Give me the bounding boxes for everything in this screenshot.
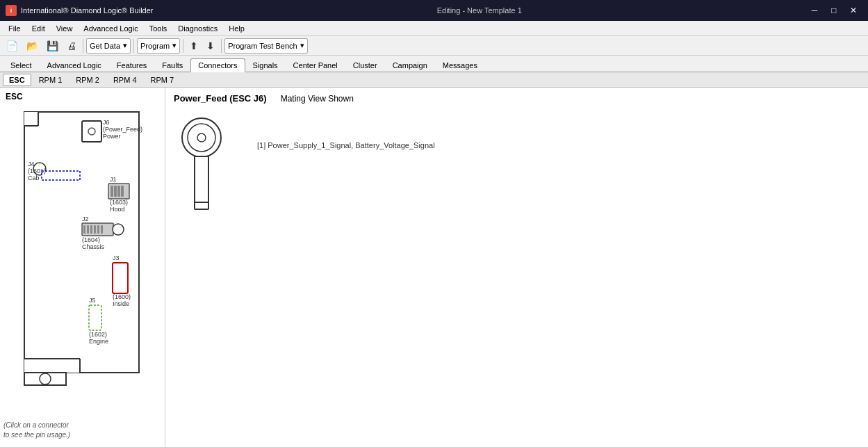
- svg-text:Cab: Cab: [28, 174, 40, 181]
- svg-point-49: [197, 133, 206, 142]
- svg-rect-20: [114, 186, 117, 197]
- svg-text:Hood: Hood: [110, 206, 125, 213]
- mating-view-label: Mating View Shown: [281, 94, 354, 104]
- svg-rect-37: [113, 263, 128, 293]
- toolbar: 📄 📂 💾 🖨 Get Data ▾ Program ▾ ⬆ ⬇ Program…: [0, 36, 868, 56]
- svg-text:(1600): (1600): [113, 293, 131, 300]
- program-test-bench-dropdown[interactable]: Program Test Bench ▾: [224, 38, 307, 54]
- svg-rect-32: [101, 225, 103, 234]
- tab-connectors[interactable]: Connectors: [190, 58, 245, 72]
- pin-info-text: [1] Power_Supply_1_Signal, Battery_Volta…: [257, 113, 435, 149]
- svg-rect-48: [195, 202, 208, 209]
- svg-point-8: [40, 373, 51, 384]
- toolbar-upload[interactable]: ⬆: [186, 38, 202, 54]
- subtab-rpm1[interactable]: RPM 1: [33, 74, 69, 86]
- svg-rect-14: [42, 171, 80, 180]
- tab-campaign[interactable]: Campaign: [385, 58, 435, 72]
- svg-text:J6: J6: [103, 119, 110, 126]
- menu-bar: File Edit View Advanced Logic Tools Diag…: [0, 21, 868, 36]
- get-data-chevron: ▾: [123, 41, 127, 50]
- connector-drawing: [174, 113, 243, 225]
- toolbar-sep-2: [133, 39, 134, 53]
- svg-text:J1: J1: [110, 176, 117, 183]
- toolbar-sep-4: [221, 39, 222, 53]
- toolbar-print[interactable]: 🖨: [63, 38, 80, 54]
- svg-text:(Power_Feed): (Power_Feed): [103, 126, 142, 133]
- svg-rect-4: [24, 359, 80, 373]
- subtab-esc[interactable]: ESC: [3, 74, 31, 86]
- minimize-button[interactable]: ─: [805, 3, 824, 17]
- menu-file[interactable]: File: [3, 23, 26, 34]
- get-data-label: Get Data: [90, 42, 120, 50]
- toolbar-sep-1: [83, 39, 83, 53]
- maximize-button[interactable]: □: [825, 3, 843, 17]
- toolbar-open[interactable]: 📂: [23, 38, 42, 54]
- svg-rect-19: [110, 186, 113, 197]
- get-data-dropdown[interactable]: Get Data ▾: [86, 38, 131, 54]
- menu-edit[interactable]: Edit: [26, 23, 51, 34]
- main-content: ESC J6 (Power_Feed) Power: [0, 88, 868, 447]
- svg-text:J2: J2: [82, 216, 89, 222]
- svg-text:J3: J3: [113, 254, 120, 261]
- svg-rect-29: [90, 225, 92, 234]
- svg-point-33: [113, 224, 124, 235]
- sub-tabs: ESC RPM 1 RPM 2 RPM 4 RPM 7: [0, 72, 868, 88]
- svg-text:Inside: Inside: [113, 300, 129, 307]
- tab-messages[interactable]: Messages: [435, 58, 485, 72]
- svg-rect-27: [83, 225, 85, 234]
- app-icon: i: [6, 5, 17, 16]
- tab-cluster[interactable]: Cluster: [345, 58, 385, 72]
- menu-help[interactable]: Help: [223, 23, 250, 34]
- tab-faults[interactable]: Faults: [154, 58, 190, 72]
- menu-advanced-logic[interactable]: Advanced Logic: [78, 23, 143, 34]
- title-bar-left: i International® Diamond Logic® Builder: [6, 5, 153, 16]
- toolbar-save[interactable]: 💾: [43, 38, 62, 54]
- svg-rect-22: [121, 186, 124, 197]
- svg-text:J4: J4: [28, 161, 35, 168]
- subtab-rpm2[interactable]: RPM 2: [69, 74, 106, 86]
- title-bar-controls: ─ □ ✕: [805, 3, 862, 17]
- svg-text:Power: Power: [103, 133, 121, 140]
- program-label: Program: [140, 42, 170, 50]
- svg-text:Engine: Engine: [89, 338, 108, 345]
- toolbar-sep-3: [183, 39, 183, 53]
- app-title: International® Diamond Logic® Builder: [21, 6, 153, 15]
- menu-view[interactable]: View: [51, 23, 79, 34]
- connector-detail-area: [1] Power_Supply_1_Signal, Battery_Volta…: [165, 106, 868, 233]
- program-chevron: ▾: [172, 41, 177, 50]
- svg-rect-21: [117, 186, 120, 197]
- esc-diagram-svg: J6 (Power_Feed) Power J4 (1601) Cab J1 (…: [0, 101, 165, 447]
- tab-select[interactable]: Select: [3, 58, 40, 72]
- menu-tools[interactable]: Tools: [144, 23, 173, 34]
- connector-svg-wrap: [174, 113, 243, 226]
- svg-rect-47: [195, 156, 208, 205]
- svg-text:(1603): (1603): [110, 199, 128, 206]
- tab-features[interactable]: Features: [109, 58, 154, 72]
- tab-signals[interactable]: Signals: [245, 58, 286, 72]
- svg-rect-28: [87, 225, 89, 234]
- left-panel: ESC J6 (Power_Feed) Power: [0, 88, 165, 447]
- nav-tabs: Select Advanced Logic Features Faults Co…: [0, 56, 868, 72]
- svg-text:(1602): (1602): [89, 331, 107, 338]
- subtab-rpm7[interactable]: RPM 7: [145, 74, 181, 86]
- svg-rect-31: [97, 225, 99, 234]
- subtab-rpm4[interactable]: RPM 4: [107, 74, 143, 86]
- svg-rect-41: [89, 305, 101, 330]
- svg-rect-30: [94, 225, 96, 234]
- right-panel: Power_Feed (ESC J6) Mating View Shown: [165, 88, 868, 447]
- pin-1-label: [1] Power_Supply_1_Signal,: [257, 141, 353, 149]
- pin-1-signal: Battery_Voltage_Signal: [355, 141, 434, 149]
- toolbar-download[interactable]: ⬇: [203, 38, 218, 54]
- svg-rect-1: [24, 112, 38, 126]
- toolbar-new[interactable]: 📄: [3, 38, 22, 54]
- esc-title: ESC: [0, 88, 165, 103]
- tab-center-panel[interactable]: Center Panel: [286, 58, 345, 72]
- close-button[interactable]: ✕: [844, 3, 862, 17]
- svg-text:(1604): (1604): [82, 236, 100, 243]
- menu-diagnostics[interactable]: Diagnostics: [172, 23, 223, 34]
- program-dropdown[interactable]: Program ▾: [137, 38, 180, 54]
- tab-advanced-logic[interactable]: Advanced Logic: [40, 58, 109, 72]
- click-hint: (Click on a connector to see the pin usa…: [3, 421, 70, 440]
- connector-header: Power_Feed (ESC J6) Mating View Shown: [165, 88, 868, 106]
- program-test-bench-label: Program Test Bench: [228, 42, 297, 50]
